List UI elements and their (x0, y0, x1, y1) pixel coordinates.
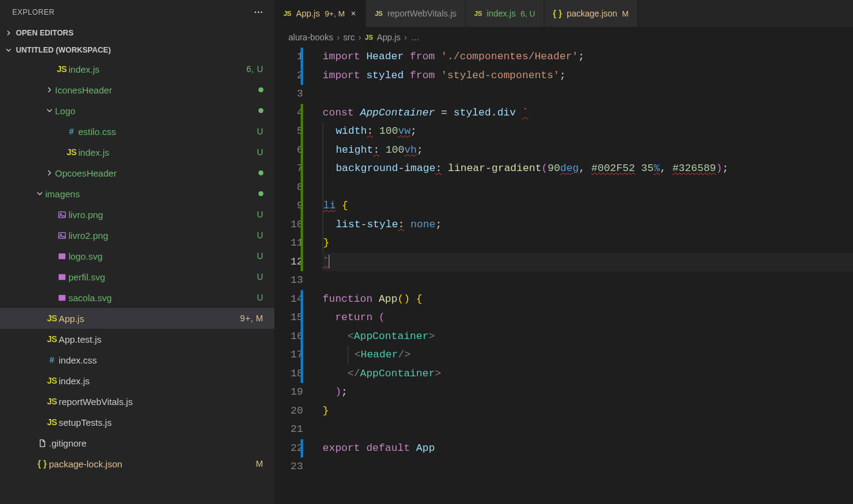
code-line[interactable]: li { (323, 197, 853, 216)
open-editors-header[interactable]: OPEN EDITORS (0, 24, 274, 42)
tree-file[interactable]: JSsetupTests.js (0, 412, 274, 433)
workspace-header[interactable]: UNTITLED (WORKSPACE) (0, 42, 274, 59)
code-line[interactable]: ` (323, 253, 853, 272)
chevron-right-icon[interactable] (44, 84, 55, 95)
chevron-down-icon[interactable] (44, 105, 55, 116)
code-line[interactable]: </AppContainer> (323, 365, 853, 384)
tree-item-label: App.test.js (59, 334, 263, 345)
tree-file[interactable]: JSApp.test.js (0, 329, 274, 349)
tree-file[interactable]: .gitignore (0, 433, 274, 453)
breadcrumb-part[interactable]: src (343, 32, 355, 42)
code-line[interactable]: height: 100vh; (323, 141, 853, 160)
line-number: 1 (275, 48, 303, 67)
code-editor[interactable]: 1234567891011121314151617181920212223 im… (275, 48, 853, 504)
git-status-dot-icon (258, 87, 263, 92)
breadcrumb-file[interactable]: App.js (377, 32, 401, 42)
tab-git-status: 9+, M (324, 9, 345, 18)
explorer-header: EXPLORER (0, 0, 274, 24)
tree-item-label: setupTests.js (59, 417, 263, 428)
svg-rect-8 (58, 274, 65, 279)
image-icon (55, 231, 68, 240)
code-line[interactable]: return ( (323, 309, 853, 327)
code-line[interactable]: } (323, 402, 853, 421)
line-number: 14 (275, 290, 303, 309)
code-line[interactable] (323, 271, 853, 290)
editor-tab[interactable]: JSreportWebVitals.js (366, 0, 466, 27)
js-icon: JS (65, 147, 78, 157)
code-line[interactable]: import Header from './componentes/Header… (323, 48, 853, 67)
editor-tab[interactable]: JSApp.js9+, M× (275, 0, 366, 27)
code-line[interactable]: width: 100vw; (323, 122, 853, 141)
tree-file[interactable]: livro2.pngU (0, 225, 274, 246)
code-line[interactable]: } (323, 234, 853, 253)
chevron-down-icon[interactable] (34, 188, 45, 199)
line-number: 18 (275, 365, 303, 384)
line-number: 4 (275, 104, 303, 123)
tree-folder[interactable]: Logo (0, 100, 274, 121)
tree-folder[interactable]: IconesHeader (0, 79, 274, 100)
code-line[interactable]: export default App (323, 439, 853, 458)
chevron-right-icon: › (337, 32, 340, 42)
tree-item-label: .gitignore (49, 438, 263, 448)
file-tree[interactable]: JSindex.js6, UIconesHeaderLogo#estilo.cs… (0, 59, 274, 504)
editor-area: JSApp.js9+, M×JSreportWebVitals.jsJSinde… (275, 0, 853, 504)
svg-point-1 (258, 12, 260, 13)
editor-tab[interactable]: JSindex.js6, U (466, 0, 544, 27)
tab-bar[interactable]: JSApp.js9+, M×JSreportWebVitals.jsJSinde… (275, 0, 853, 27)
code-line[interactable] (323, 85, 853, 104)
code-line[interactable]: <Header/> (323, 346, 853, 365)
tree-folder[interactable]: imagens (0, 183, 274, 204)
tree-file[interactable]: perfil.svgU (0, 266, 274, 287)
chevron-right-icon[interactable] (44, 167, 55, 178)
line-number: 17 (275, 346, 303, 365)
code-line[interactable]: background-image: linear-gradient(90deg,… (323, 159, 853, 178)
svg-point-2 (261, 12, 263, 13)
tree-folder[interactable]: OpcoesHeader (0, 163, 274, 183)
git-status-badge: 6, U (246, 64, 263, 74)
line-number: 8 (275, 178, 303, 197)
code-line[interactable]: import styled from 'styled-components'; (323, 67, 853, 86)
code-line[interactable]: ); (323, 383, 853, 402)
tree-file[interactable]: JSindex.js6, U (0, 59, 274, 79)
svg-rect-9 (58, 294, 65, 300)
close-icon[interactable]: × (350, 9, 357, 18)
workspace-label: UNTITLED (WORKSPACE) (16, 46, 111, 54)
json-icon: { } (553, 9, 562, 18)
tree-item-label: estilo.css (78, 126, 252, 137)
tree-file[interactable]: JSindex.jsU (0, 142, 274, 163)
editor-tab[interactable]: { }package.jsonM (544, 0, 638, 27)
tree-file[interactable]: #estilo.cssU (0, 121, 274, 142)
code-line[interactable]: <AppContainer> (323, 327, 853, 346)
tree-file[interactable]: JSApp.js9+, M (0, 308, 274, 329)
tree-file[interactable]: sacola.svgU (0, 287, 274, 308)
more-actions-icon[interactable] (251, 6, 266, 18)
explorer-title: EXPLORER (12, 8, 54, 16)
code-content[interactable]: import Header from './componentes/Header… (319, 48, 853, 504)
tree-item-label: livro2.png (68, 230, 252, 241)
tree-file[interactable]: JSindex.js (0, 370, 274, 391)
tree-file[interactable]: JSreportWebVitals.js (0, 391, 274, 412)
tree-file[interactable]: logo.svgU (0, 246, 274, 266)
code-line[interactable] (323, 420, 853, 439)
chevron-right-icon: › (405, 32, 408, 42)
tree-file[interactable]: #index.css (0, 349, 274, 370)
code-line[interactable]: list-style: none; (323, 216, 853, 235)
css-icon: # (65, 126, 78, 136)
tree-item-label: perfil.svg (68, 272, 252, 282)
image-icon (55, 210, 68, 219)
line-number: 16 (275, 327, 303, 346)
breadcrumb-tail[interactable]: … (411, 32, 419, 42)
tree-file[interactable]: { }package-lock.jsonM (0, 453, 274, 474)
code-line[interactable] (323, 458, 853, 477)
tab-label: reportWebVitals.js (387, 9, 456, 18)
code-line[interactable]: const AppContainer = styled.div ` (323, 104, 853, 123)
tab-label: package.json (567, 9, 618, 18)
code-line[interactable]: function App() { (323, 290, 853, 309)
tree-file[interactable]: livro.pngU (0, 204, 274, 225)
code-line[interactable] (323, 178, 853, 197)
breadcrumb-part[interactable]: alura-books (288, 32, 333, 42)
js-icon: JS (45, 334, 59, 344)
explorer-sidebar: EXPLORER OPEN EDITORS UNTITLED (WORKSPAC… (0, 0, 275, 504)
breadcrumb[interactable]: alura-books › src › JS App.js › … (275, 27, 853, 48)
git-status-badge: U (257, 126, 263, 136)
